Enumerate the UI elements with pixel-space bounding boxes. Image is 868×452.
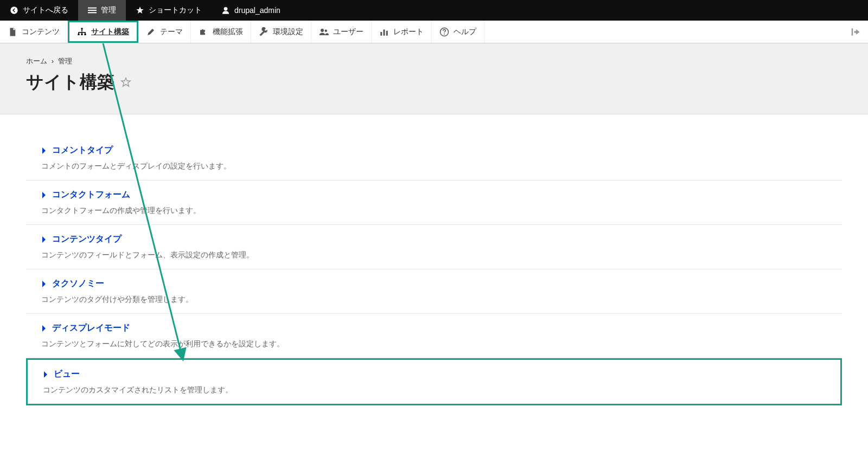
- list-item-link[interactable]: コンタクトフォーム: [41, 189, 827, 201]
- svg-point-0: [10, 7, 17, 14]
- list-item-desc: コンテンツのタグ付けや分類を管理します。: [41, 295, 827, 305]
- user-label: drupal_admin: [234, 6, 280, 15]
- tray-toggle-button[interactable]: [844, 21, 868, 43]
- svg-rect-2: [88, 10, 97, 11]
- list-item-desc: コンテンツのフィールドとフォーム、表示設定の作成と管理。: [41, 250, 827, 260]
- breadcrumb-home[interactable]: ホーム: [26, 57, 47, 65]
- chevron-right-icon: [41, 325, 47, 332]
- chevron-left-circle-icon: [10, 6, 18, 15]
- list-item: ビューコンテンツのカスタマイズされたリストを管理します。: [26, 358, 842, 405]
- menu-reports-label: レポート: [393, 27, 424, 37]
- list-item-title-text: ビュー: [54, 369, 80, 380]
- chevron-right-icon: [43, 371, 48, 378]
- help-icon: [439, 27, 449, 37]
- bar-chart-icon: [379, 27, 389, 37]
- svg-point-15: [444, 33, 445, 34]
- star-icon: [136, 6, 144, 15]
- menu-content[interactable]: コンテンツ: [0, 21, 68, 43]
- puzzle-icon: [199, 27, 208, 37]
- svg-rect-5: [81, 28, 83, 29]
- chevron-right-icon: [41, 147, 47, 154]
- menu-help[interactable]: ヘルプ: [432, 21, 484, 43]
- svg-rect-6: [78, 34, 80, 35]
- shortcuts-label: ショートカット: [149, 5, 202, 15]
- menu-appearance-label: テーマ: [160, 27, 183, 37]
- list-item-link[interactable]: コンテンツタイプ: [41, 234, 827, 245]
- wrench-icon: [259, 27, 269, 37]
- admin-spacer: [484, 21, 844, 43]
- list-item: コメントタイプコメントのフォームとディスプレイの設定を行います。: [26, 136, 842, 180]
- list-item-title-text: コンタクトフォーム: [52, 189, 130, 201]
- list-item-desc: コメントのフォームとディスプレイの設定を行います。: [41, 162, 827, 171]
- chevron-right-icon: [41, 191, 47, 199]
- file-icon: [8, 27, 17, 37]
- menu-people[interactable]: ユーザー: [311, 21, 372, 43]
- menu-extend[interactable]: 機能拡張: [191, 21, 251, 43]
- list-item: ディスプレイモードコンテンツとフォームに対してどの表示が利用できるかを設定します…: [26, 314, 842, 358]
- svg-rect-16: [852, 28, 853, 35]
- menu-reports[interactable]: レポート: [372, 21, 432, 43]
- back-to-site-button[interactable]: サイトへ戻る: [0, 0, 78, 21]
- user-icon: [221, 6, 230, 15]
- content-area: コメントタイプコメントのフォームとディスプレイの設定を行います。コンタクトフォー…: [0, 114, 868, 427]
- svg-rect-7: [81, 34, 83, 35]
- shortcuts-button[interactable]: ショートカット: [126, 0, 212, 21]
- list-item-desc: コンテンツとフォームに対してどの表示が利用できるかを設定します。: [41, 339, 827, 349]
- list-item-title-text: コンテンツタイプ: [52, 234, 122, 245]
- hamburger-icon: [88, 6, 97, 15]
- breadcrumb-admin[interactable]: 管理: [58, 57, 72, 65]
- manage-button[interactable]: 管理: [78, 0, 126, 21]
- chevron-right-icon: [41, 280, 47, 288]
- menu-config[interactable]: 環境設定: [251, 21, 311, 43]
- paintbrush-icon: [146, 27, 156, 37]
- menu-people-label: ユーザー: [333, 27, 363, 37]
- list-item-title-text: ディスプレイモード: [52, 322, 130, 334]
- user-button[interactable]: drupal_admin: [212, 0, 290, 21]
- menu-content-label: コンテンツ: [22, 27, 60, 37]
- svg-rect-8: [85, 34, 86, 35]
- toolbar-bar: サイトへ戻る 管理 ショートカット drupal_admin: [0, 0, 868, 21]
- page-title-text: サイト構築: [26, 70, 114, 94]
- list-item-title-text: タクソノミー: [52, 278, 104, 289]
- svg-rect-3: [88, 12, 97, 13]
- back-to-site-label: サイトへ戻る: [23, 5, 68, 15]
- people-icon: [319, 27, 329, 37]
- structure-icon: [77, 27, 87, 37]
- list-item-desc: コンテンツのカスタマイズされたリストを管理します。: [43, 385, 825, 395]
- page-title: サイト構築: [26, 70, 842, 94]
- menu-structure-label: サイト構築: [91, 27, 129, 37]
- svg-rect-13: [386, 30, 388, 35]
- svg-point-9: [321, 29, 324, 32]
- menu-config-label: 環境設定: [273, 27, 303, 37]
- list-item-link[interactable]: タクソノミー: [41, 278, 827, 289]
- list-item-link[interactable]: ディスプレイモード: [41, 322, 827, 334]
- breadcrumb-separator: ›: [52, 57, 54, 65]
- admin-menu: コンテンツ サイト構築 テーマ 機能拡張 環境設定 ユーザー レポート ヘルプ: [0, 21, 868, 43]
- list-item: コンタクトフォームコンタクトフォームの作成や管理を行います。: [26, 180, 842, 225]
- star-outline-icon[interactable]: [120, 76, 132, 88]
- svg-rect-12: [384, 29, 385, 35]
- svg-rect-11: [380, 32, 382, 36]
- menu-structure[interactable]: サイト構築: [68, 21, 138, 43]
- header-area: ホーム › 管理 サイト構築: [0, 43, 868, 114]
- breadcrumb: ホーム › 管理: [26, 56, 842, 66]
- manage-label: 管理: [101, 5, 116, 15]
- chevron-right-icon: [41, 236, 47, 243]
- list-item-link[interactable]: ビュー: [43, 369, 825, 380]
- menu-extend-label: 機能拡張: [213, 27, 243, 37]
- svg-rect-1: [88, 8, 97, 9]
- list-item-link[interactable]: コメントタイプ: [41, 145, 827, 156]
- svg-point-4: [224, 7, 228, 11]
- list-item-title-text: コメントタイプ: [52, 145, 113, 156]
- list-item: タクソノミーコンテンツのタグ付けや分類を管理します。: [26, 269, 842, 314]
- tray-toggle-icon: [851, 27, 861, 37]
- menu-appearance[interactable]: テーマ: [138, 21, 191, 43]
- svg-point-10: [325, 29, 328, 32]
- list-item: コンテンツタイプコンテンツのフィールドとフォーム、表示設定の作成と管理。: [26, 225, 842, 269]
- list-item-desc: コンタクトフォームの作成や管理を行います。: [41, 206, 827, 216]
- menu-help-label: ヘルプ: [454, 27, 476, 37]
